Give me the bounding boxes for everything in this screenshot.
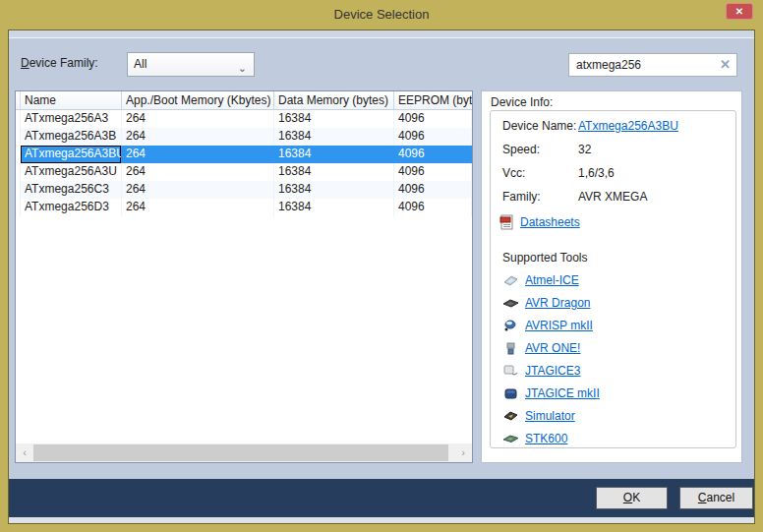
table-row[interactable]: ATxmega256A3U 264 16384 4096	[16, 163, 472, 181]
eeprom-cell: 4096	[394, 128, 472, 146]
column-header-name[interactable]: Name	[21, 91, 122, 109]
device-info-box: Device Name: ATxmega256A3BU Speed: 32 Vc…	[490, 110, 736, 448]
vcc-label: Vcc:	[502, 166, 578, 180]
device-table: Name App./Boot Memory (Kbytes) Data Memo…	[15, 90, 473, 463]
column-header-eeprom[interactable]: EEPROM (bytes)	[394, 91, 472, 109]
device-info-title: Device Info:	[491, 95, 553, 109]
supported-tools-title: Supported Tools	[502, 251, 735, 265]
device-name-cell: ATxmega256A3BU	[21, 146, 122, 163]
data-memory-cell: 16384	[274, 181, 394, 199]
info-field-device-name: Device Name: ATxmega256A3BU	[502, 119, 735, 133]
app-boot-memory-cell: 264	[122, 146, 274, 163]
info-field-family: Family: AVR XMEGA	[502, 190, 735, 204]
eeprom-cell: 4096	[394, 146, 472, 163]
chevron-down-icon: ⌄	[238, 57, 247, 80]
device-search-box: ✕	[568, 53, 737, 77]
footer-bottom-strip	[9, 517, 754, 523]
app-boot-memory-cell: 264	[122, 181, 274, 199]
cancel-button[interactable]: Cancel	[679, 487, 753, 509]
family-value: AVR XMEGA	[578, 190, 647, 204]
close-icon: ✕	[735, 6, 743, 17]
eeprom-cell: 4096	[394, 163, 472, 181]
tool-item: Simulator	[502, 404, 735, 427]
app-boot-memory-cell: 264	[122, 110, 274, 128]
simulator-icon	[502, 409, 519, 423]
device-family-dropdown[interactable]: All ⌄	[127, 52, 255, 77]
device-family-label: Device Family:	[21, 56, 98, 70]
table-header-row: Name App./Boot Memory (Kbytes) Data Memo…	[16, 91, 472, 110]
tool-item: Atmel-ICE	[502, 268, 735, 291]
table-row[interactable]: ATxmega256C3 264 16384 4096	[16, 181, 472, 199]
window-title: Device Selection	[0, 7, 763, 22]
device-name-cell: ATxmega256C3	[21, 181, 122, 199]
family-label: Family:	[502, 190, 578, 204]
eeprom-cell: 4096	[394, 110, 472, 128]
stk600-icon	[502, 432, 519, 445]
tool-link[interactable]: Simulator	[525, 409, 575, 423]
ok-button[interactable]: OK	[596, 487, 668, 509]
table-row-selected[interactable]: ATxmega256A3BU 264 16384 4096	[16, 146, 472, 163]
device-name-cell: ATxmega256A3B	[21, 128, 122, 146]
ok-button-label: OK	[623, 488, 640, 508]
app-boot-memory-cell: 264	[122, 163, 274, 181]
jtagice-mkii-icon	[502, 386, 519, 400]
horizontal-scrollbar[interactable]: ‹ ›	[16, 443, 472, 462]
data-memory-cell: 16384	[274, 146, 394, 163]
clear-search-icon[interactable]: ✕	[720, 57, 731, 72]
close-button[interactable]: ✕	[726, 3, 753, 20]
app-boot-memory-cell: 264	[122, 199, 274, 216]
column-header-data-memory[interactable]: Data Memory (bytes)	[274, 91, 394, 109]
data-memory-cell: 16384	[274, 199, 394, 216]
table-row[interactable]: ATxmega256A3 264 16384 4096	[16, 110, 472, 128]
eeprom-cell: 4096	[394, 181, 472, 199]
tool-item: AVR ONE!	[502, 336, 735, 359]
scroll-left-icon[interactable]: ‹	[16, 443, 33, 462]
device-name-cell: ATxmega256A3	[21, 110, 122, 128]
device-info-panel: Device Info: Device Name: ATxmega256A3BU…	[481, 90, 742, 463]
tool-item: AVR Dragon	[502, 291, 735, 314]
tool-link[interactable]: STK600	[525, 432, 567, 445]
device-family-value: All	[134, 57, 147, 71]
device-name-label: Device Name:	[502, 119, 578, 133]
dialog-top-highlight	[9, 30, 754, 38]
tool-link[interactable]: JTAGICE mkII	[525, 386, 600, 400]
tool-link[interactable]: JTAGICE3	[525, 364, 580, 378]
avr-one-icon	[502, 341, 519, 355]
data-memory-cell: 16384	[274, 128, 394, 146]
info-field-speed: Speed: 32	[502, 143, 735, 156]
speed-value: 32	[578, 143, 591, 156]
data-memory-cell: 16384	[274, 110, 394, 128]
tool-link[interactable]: Atmel-ICE	[525, 273, 579, 287]
tool-item: AVRISP mkII	[502, 314, 735, 336]
jtagice3-icon	[502, 364, 519, 378]
dialog-footer: OK Cancel	[9, 479, 754, 517]
scrollbar-thumb[interactable]	[33, 444, 448, 461]
scroll-right-icon[interactable]: ›	[454, 443, 472, 462]
data-memory-cell: 16384	[274, 163, 394, 181]
column-header-app-boot-memory[interactable]: App./Boot Memory (Kbytes)	[122, 91, 274, 109]
avr-dragon-icon	[502, 296, 519, 310]
tool-link[interactable]: AVR Dragon	[525, 296, 590, 310]
device-name-cell: ATxmega256D3	[21, 199, 122, 216]
tool-link[interactable]: AVR ONE!	[525, 341, 580, 355]
tool-item: STK600	[502, 427, 735, 448]
search-input[interactable]	[569, 54, 715, 76]
datasheets-link[interactable]: Datasheets	[520, 215, 580, 229]
table-row[interactable]: ATxmega256D3 264 16384 4096	[16, 199, 472, 216]
tool-link[interactable]: AVRISP mkII	[525, 319, 593, 332]
device-selection-dialog: Device Family: All ⌄ ✕ Name App./Boot Me…	[8, 30, 755, 524]
pdf-icon	[499, 214, 514, 230]
device-name-cell: ATxmega256A3U	[21, 163, 122, 181]
titlebar: Device Selection ✕	[0, 0, 763, 30]
tool-item: JTAGICE3	[502, 359, 735, 382]
vcc-value: 1,6/3,6	[578, 166, 615, 180]
info-field-vcc: Vcc: 1,6/3,6	[502, 166, 735, 180]
eeprom-cell: 4096	[394, 199, 472, 216]
atmel-ice-icon	[502, 273, 519, 287]
device-name-link[interactable]: ATxmega256A3BU	[578, 119, 678, 133]
speed-label: Speed:	[502, 143, 578, 156]
avrisp-mkii-icon	[502, 319, 519, 332]
app-boot-memory-cell: 264	[122, 128, 274, 146]
tool-item: JTAGICE mkII	[502, 382, 735, 404]
table-row[interactable]: ATxmega256A3B 264 16384 4096	[16, 128, 472, 146]
